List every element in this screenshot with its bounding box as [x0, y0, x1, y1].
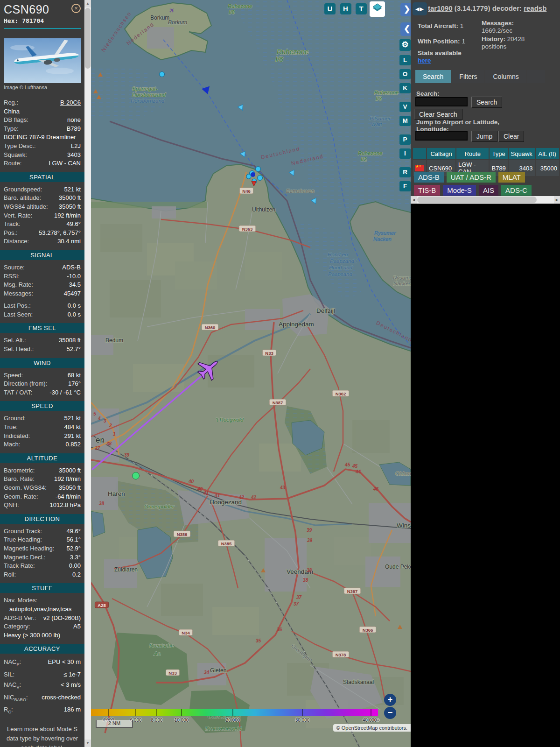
- legend-ais[interactable]: AIS: [479, 185, 498, 196]
- stats-here-link[interactable]: here: [418, 57, 431, 64]
- row-label: Route:: [4, 159, 21, 168]
- search-label: Search:: [416, 90, 440, 97]
- layers-button[interactable]: [370, 1, 385, 17]
- row-value: ADS-B: [62, 263, 81, 272]
- row-label: Type:: [4, 125, 19, 134]
- close-icon[interactable]: ×: [71, 4, 81, 13]
- col-route[interactable]: Route: [456, 148, 489, 159]
- jump-button[interactable]: Jump: [471, 131, 497, 142]
- row-gap: [4, 298, 81, 302]
- row-label: Msg. Rate:: [4, 281, 33, 289]
- hotkey-button-m[interactable]: M: [399, 116, 411, 126]
- map-button-t[interactable]: T: [356, 3, 367, 14]
- scrollbar-thumb[interactable]: [85, 8, 91, 69]
- legend-ads-c[interactable]: ADS-C: [501, 185, 532, 196]
- col-callsign[interactable]: Callsign: [427, 148, 455, 159]
- hotkey-button-l[interactable]: L: [399, 55, 411, 65]
- row-label: Baro. Rate:: [4, 475, 35, 484]
- jump-clear-button[interactable]: Clear: [498, 131, 524, 142]
- road-badge: N362: [332, 390, 349, 396]
- row-label: Geom. Rate:: [4, 493, 38, 501]
- hotkey-button-v[interactable]: V: [399, 102, 411, 112]
- map-label: Hond en: [328, 252, 348, 257]
- map-button-u[interactable]: U: [324, 3, 336, 14]
- map-label: 42: [238, 495, 245, 500]
- panel-resize-toggle[interactable]: ◀▶: [413, 2, 427, 15]
- tab-filters[interactable]: Filters: [452, 70, 484, 83]
- col-flag[interactable]: [413, 148, 426, 159]
- row-value: -64 ft/min: [56, 493, 81, 501]
- tar1090-link[interactable]: tar1090: [428, 4, 453, 12]
- map-label: Ruhezone: [228, 3, 252, 9]
- hotkey-button-r[interactable]: R: [399, 167, 411, 177]
- row-label: Last Pos.:: [4, 302, 31, 310]
- row-callsign-link[interactable]: CSN690: [429, 165, 452, 172]
- section-header-speed: SPEED: [0, 401, 84, 411]
- map-label: 37: [296, 595, 302, 600]
- map-label: I/6: [275, 55, 283, 63]
- row-value: 35050 ft: [59, 484, 81, 493]
- row-label: Geom. WGS84:: [4, 484, 47, 493]
- legend-tis-b[interactable]: TIS-B: [414, 185, 440, 196]
- zoom-out-button[interactable]: −: [384, 707, 396, 719]
- readsb-link[interactable]: readsb: [524, 4, 546, 12]
- settings-gear-button[interactable]: ⚙: [399, 39, 411, 51]
- map-label: en: [96, 436, 105, 444]
- hotkey-button-f[interactable]: F: [399, 181, 411, 191]
- map-button-h[interactable]: H: [340, 3, 351, 14]
- legend-ads-b[interactable]: ADS-B: [414, 172, 444, 183]
- search-button[interactable]: Search: [471, 97, 502, 108]
- sidebar-scrollbar[interactable]: ▲ ▼: [84, 0, 91, 747]
- info-row: Magnetic Decl.:3.3°: [4, 553, 81, 562]
- legend-mode-s[interactable]: Mode-S: [443, 185, 476, 196]
- map-label: 38: [303, 578, 308, 583]
- row-value: Heavy (> 300 000 lb): [4, 631, 60, 640]
- search-input[interactable]: [415, 97, 468, 106]
- ais-ship-dot[interactable]: [160, 72, 165, 77]
- map-label: Haren: [108, 490, 125, 497]
- colorbar-tick-label: 8 000: [151, 718, 162, 723]
- ais-green-dot[interactable]: [133, 472, 140, 479]
- legend-mlat[interactable]: MLAT: [498, 172, 525, 183]
- panel-collapse-button[interactable]: ❮: [400, 22, 411, 36]
- map-label: Ruhezone: [374, 90, 399, 95]
- tab-columns[interactable]: Columns: [485, 70, 526, 83]
- scroll-down-icon[interactable]: ▼: [84, 740, 91, 747]
- panel-horizontal-scrollbar[interactable]: ◄ ►: [411, 196, 560, 204]
- hex-code: Hex: 781704: [4, 17, 81, 24]
- col-type[interactable]: Type: [490, 148, 507, 159]
- row-value: ≤ 1e-7: [63, 669, 81, 680]
- tab-search[interactable]: Search: [415, 70, 451, 83]
- hotkey-button-p[interactable]: P: [399, 134, 411, 145]
- map-label: Borkum: [168, 19, 187, 26]
- info-row: TAT / OAT:-30 / -61 °C: [4, 388, 81, 397]
- scroll-left-icon[interactable]: ◄: [411, 196, 417, 204]
- scroll-right-icon[interactable]: ►: [554, 196, 560, 204]
- row-value-link[interactable]: B-20C6: [60, 99, 81, 107]
- row-value: EPU < 30 m: [48, 657, 81, 669]
- legend-uat-ads-r[interactable]: UAT / ADS-R: [447, 172, 496, 183]
- hotkey-button-i[interactable]: I: [399, 148, 411, 159]
- row-label: Category:: [4, 622, 30, 631]
- map-label: Gieten: [210, 667, 226, 674]
- map-label: 3: [104, 418, 106, 423]
- row-label: DB flags:: [4, 116, 28, 125]
- road-badge: N363: [239, 226, 256, 232]
- hotkey-button-o[interactable]: O: [399, 69, 411, 79]
- map-label: I/2: [361, 156, 367, 162]
- jump-input[interactable]: [415, 131, 468, 141]
- map[interactable]: N46N363N360N33N362N387N386N385N367N366A2…: [91, 0, 411, 747]
- map-attribution[interactable]: © OpenStreetMap contributors.: [333, 724, 411, 732]
- row-value: 52.7°: [66, 345, 81, 354]
- panel-expand-button[interactable]: ❯: [400, 3, 411, 16]
- row-label: Speed:: [4, 371, 23, 380]
- zoom-in-button[interactable]: +: [384, 694, 396, 706]
- col-squawk[interactable]: Squawk: [509, 148, 535, 159]
- hscroll-thumb[interactable]: [417, 197, 537, 203]
- coastal-dike: [91, 202, 208, 208]
- scroll-up-icon[interactable]: ▲: [84, 0, 91, 7]
- col-alt[interactable]: Alt. (ft): [536, 148, 559, 159]
- image-credit: Image © Lufthansa: [4, 85, 81, 90]
- map-label: 4: [98, 416, 101, 421]
- hotkey-button-k[interactable]: K: [399, 83, 411, 93]
